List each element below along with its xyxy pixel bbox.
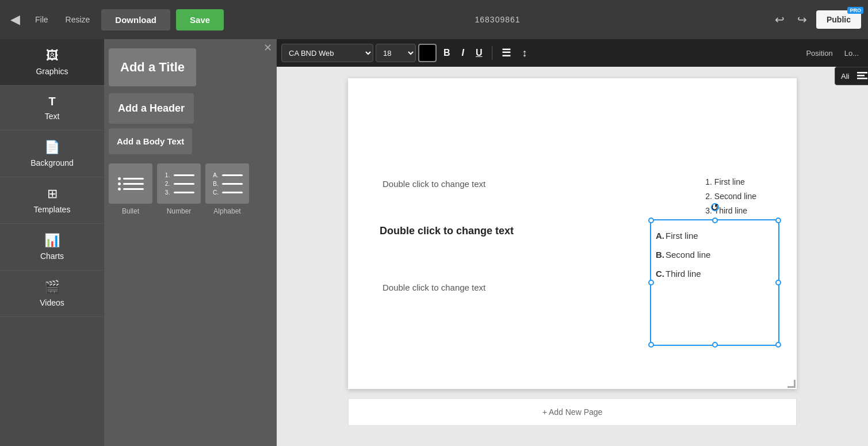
sidebar-item-background[interactable]: 📄 Background	[0, 131, 104, 177]
align-left-button[interactable]	[854, 70, 868, 82]
back-button[interactable]: ◀	[7, 9, 24, 31]
line-spacing-button[interactable]: ↕	[518, 44, 532, 62]
sidebar-item-text[interactable]: T Text	[0, 86, 104, 131]
sidebar-item-templates[interactable]: ⊞ Templates	[0, 177, 104, 224]
handle-bm[interactable]	[712, 342, 718, 348]
selected-text-box[interactable]: ↺ A. First line B.	[650, 219, 779, 346]
align-left-icon	[857, 72, 867, 80]
download-button[interactable]: Download	[101, 9, 170, 31]
sidebar-label-text: Text	[45, 112, 60, 121]
align-label: Ali	[838, 72, 852, 81]
handle-bl[interactable]	[648, 342, 654, 348]
text-block-3[interactable]: Double click to change text	[383, 283, 485, 292]
canvas-scroll[interactable]: Double click to change text Double click…	[277, 67, 868, 446]
list-types-section: Bullet 1. 2. 3. Number A. B.	[104, 157, 277, 222]
videos-icon: 🎬	[44, 280, 60, 295]
rotate-handle[interactable]: ↺	[711, 203, 719, 211]
save-button[interactable]: Save	[176, 9, 224, 31]
align-button[interactable]: ☰	[497, 44, 515, 62]
handle-br[interactable]	[775, 342, 781, 348]
svg-rect-0	[857, 72, 867, 74]
sidebar-item-videos[interactable]: 🎬 Videos	[0, 270, 104, 317]
add-page-label: + Add New Page	[542, 407, 603, 417]
top-toolbar: ◀ File Resize Download Save 168309861 ↩ …	[0, 0, 868, 39]
alpha-list-item-c: C. Third line	[656, 264, 774, 283]
alphabet-list-icon: A. B. C.	[212, 172, 243, 196]
public-button[interactable]: Public PRO	[816, 10, 861, 29]
handle-mr[interactable]	[775, 280, 781, 285]
svg-rect-1	[857, 75, 865, 77]
number-label: Number	[167, 207, 192, 215]
charts-icon: 📊	[44, 233, 60, 248]
alpha-list-item-b: B. Second line	[656, 245, 774, 264]
background-icon: 📄	[44, 140, 60, 155]
sidebar-item-graphics[interactable]: 🖼 Graphics	[0, 39, 104, 86]
sidebar-item-charts[interactable]: 📊 Charts	[0, 224, 104, 270]
bullet-list-button[interactable]	[109, 163, 152, 204]
file-menu[interactable]: File	[29, 12, 54, 28]
handle-ml[interactable]	[648, 280, 654, 285]
undo-button[interactable]: ↩	[771, 9, 788, 30]
page-canvas: Double click to change text Double click…	[348, 78, 797, 389]
list-type-number[interactable]: 1. 2. 3. Number	[157, 163, 201, 215]
left-sidebar: 🖼 Graphics T Text 📄 Background ⊞ Templat…	[0, 39, 104, 446]
add-title-button[interactable]: Add a Title	[109, 48, 196, 86]
handle-tr[interactable]	[775, 218, 781, 223]
bold-button[interactable]: B	[439, 44, 455, 62]
italic-button[interactable]: I	[457, 44, 469, 62]
alphabet-list-button[interactable]: A. B. C.	[205, 163, 249, 204]
resize-menu[interactable]: Resize	[60, 12, 96, 28]
alphabet-label: Alphabet	[213, 207, 240, 215]
text-block-1[interactable]: Double click to change text	[383, 179, 485, 189]
handle-tl[interactable]	[648, 218, 654, 223]
svg-rect-2	[857, 78, 867, 79]
bullet-list-icon	[118, 177, 144, 190]
alpha-list-item-a: A. First line	[656, 226, 774, 245]
lock-button[interactable]: Lo...	[840, 47, 863, 60]
text-icon: T	[48, 95, 55, 108]
font-family-select[interactable]: CA BND Web	[281, 44, 373, 62]
sidebar-label-charts: Charts	[40, 251, 64, 261]
add-page-bar[interactable]: + Add New Page	[348, 398, 797, 426]
position-button[interactable]: Position	[801, 47, 837, 60]
number-list-button[interactable]: 1. 2. 3.	[157, 163, 201, 204]
text-panel: ✕ Add a Title Add a Header Add a Body Te…	[104, 39, 277, 446]
handle-tm[interactable]	[712, 218, 718, 223]
doc-id: 168309861	[230, 15, 766, 24]
num-list-item-1: 1. First line	[705, 175, 756, 189]
text-block-2[interactable]: Double click to change text	[380, 225, 514, 237]
add-body-button[interactable]: Add a Body Text	[109, 128, 192, 154]
close-panel-button[interactable]: ✕	[259, 39, 277, 56]
number-list-icon: 1. 2. 3.	[163, 172, 194, 196]
font-size-select[interactable]: 18	[376, 44, 416, 62]
text-color-button[interactable]	[418, 44, 437, 62]
public-label: Public	[827, 15, 851, 24]
underline-button[interactable]: U	[471, 44, 487, 62]
main-area: 🖼 Graphics T Text 📄 Background ⊞ Templat…	[0, 39, 868, 446]
selected-text-content: A. First line B. Second line C. Third li…	[651, 220, 778, 289]
bullet-label: Bullet	[122, 207, 139, 215]
list-type-alphabet[interactable]: A. B. C. Alphabet	[205, 163, 249, 215]
add-header-button[interactable]: Add a Header	[109, 93, 194, 124]
canvas-area: CA BND Web 18 B I U ☰ ↕ Position Lo... A…	[277, 39, 868, 446]
page-resize-handle[interactable]	[787, 380, 796, 388]
align-dropdown: Ali	[835, 67, 868, 85]
pro-badge: PRO	[847, 7, 863, 14]
templates-icon: ⊞	[47, 186, 58, 201]
graphics-icon: 🖼	[46, 48, 59, 63]
sidebar-label-videos: Videos	[40, 298, 64, 307]
sidebar-label-background: Background	[30, 158, 74, 167]
sidebar-label-templates: Templates	[34, 205, 71, 214]
redo-button[interactable]: ↪	[794, 9, 810, 30]
formatting-toolbar: CA BND Web 18 B I U ☰ ↕ Position Lo...	[277, 39, 868, 67]
separator-1	[492, 46, 492, 60]
list-type-bullet[interactable]: Bullet	[109, 163, 152, 215]
sidebar-label-graphics: Graphics	[36, 67, 68, 76]
